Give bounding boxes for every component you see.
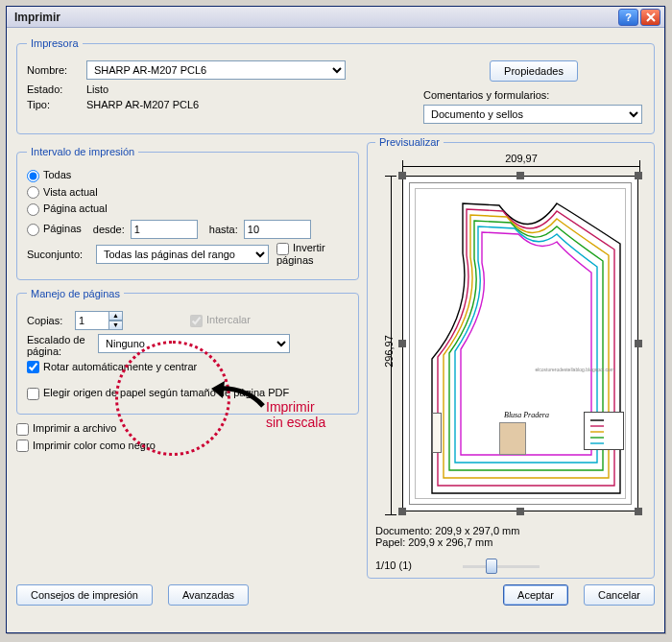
range-view-radio[interactable] xyxy=(27,186,39,199)
range-pages-radio[interactable] xyxy=(27,224,39,236)
pattern-legend-icon xyxy=(584,412,624,450)
paper-origin[interactable]: Elegir origen de papel según tamaño de p… xyxy=(27,387,289,400)
collate: Intercalar xyxy=(190,314,251,327)
preview-legend: Previsualizar xyxy=(375,136,444,148)
range-group: Intervalo de impresión Todas Vista actua… xyxy=(16,146,359,280)
subset-select[interactable]: Todas las páginas del rango xyxy=(96,245,269,264)
pattern-title: Blusa Pradera xyxy=(504,411,549,419)
comments-label: Comentarios y formularios: xyxy=(423,89,644,101)
printer-type-value: SHARP AR-M207 PCL6 xyxy=(86,99,199,110)
print-dialog: Imprimir ? Impresora Nombre: SHARP AR-M2… xyxy=(6,6,665,633)
page-counter: 1/10 (1) xyxy=(375,559,412,571)
preview-height: 296,97 xyxy=(383,322,395,380)
window-title: Imprimir xyxy=(14,11,616,24)
zoom-slider[interactable] xyxy=(463,558,540,575)
printer-name-select[interactable]: SHARP AR-M207 PCL6 xyxy=(86,60,346,80)
printer-status-label: Estado: xyxy=(27,83,86,95)
pattern-credit: elcosturerodestellablog.blogspot.com xyxy=(535,367,614,372)
button-bar: Consejos de impresión Avanzadas Aceptar … xyxy=(16,584,655,606)
copies-stepper[interactable]: ▲ ▼ xyxy=(75,311,123,330)
to-file-checkbox[interactable] xyxy=(16,423,29,436)
printer-status-value: Listo xyxy=(86,83,108,95)
preview-width: 209,97 xyxy=(402,153,640,164)
range-legend: Intervalo de impresión xyxy=(27,146,138,157)
printer-name-label: Nombre: xyxy=(27,64,86,76)
properties-button[interactable]: Propiedades xyxy=(490,60,578,82)
printer-group: Impresora Nombre: SHARP AR-M207 PCL6 Est… xyxy=(16,37,655,134)
range-current-view[interactable]: Vista actual xyxy=(27,186,98,200)
printer-legend: Impresora xyxy=(27,37,83,49)
rotate-center[interactable]: Rotar automáticamente y centrar xyxy=(27,361,197,374)
subset-label: Suconjunto: xyxy=(27,249,96,260)
range-from-input[interactable] xyxy=(131,220,198,239)
collate-checkbox xyxy=(190,315,203,327)
scale-select[interactable]: Ninguno xyxy=(98,334,290,353)
printer-type-label: Tipo: xyxy=(27,99,86,110)
ok-button[interactable]: Aceptar xyxy=(503,584,568,606)
advanced-button[interactable]: Avanzadas xyxy=(168,584,249,606)
pattern-tab-icon xyxy=(432,413,442,453)
pattern-svg-icon xyxy=(403,177,639,512)
print-tips-button[interactable]: Consejos de impresión xyxy=(16,584,153,606)
print-color-as-black[interactable]: Imprimir color como negro xyxy=(16,440,156,453)
copies-label: Copias: xyxy=(27,315,75,326)
invert-pages[interactable]: Invertir páginas xyxy=(276,243,334,266)
range-to-input[interactable] xyxy=(244,220,311,239)
copies-input[interactable] xyxy=(75,311,109,330)
scale-label: Escalado de página: xyxy=(27,334,98,357)
paper-size: Papel: 209,9 x 296,7 mm xyxy=(375,536,646,548)
origin-checkbox[interactable] xyxy=(27,388,39,400)
handling-group: Manejo de páginas Copias: ▲ ▼ Intercalar xyxy=(16,288,359,415)
range-all[interactable]: Todas xyxy=(27,169,71,182)
close-button[interactable] xyxy=(640,9,660,26)
range-pages[interactable]: Páginas xyxy=(27,223,82,236)
titlebar: Imprimir ? xyxy=(7,7,664,28)
preview-group: Previsualizar 209,97 296,97 xyxy=(367,142,655,579)
pattern-photo-icon xyxy=(499,422,526,455)
comments-select[interactable]: Documento y sellos xyxy=(423,105,642,124)
color-black-checkbox[interactable] xyxy=(16,440,29,452)
handling-legend: Manejo de páginas xyxy=(27,288,124,299)
range-page-radio[interactable] xyxy=(27,203,39,216)
help-button[interactable]: ? xyxy=(618,9,638,26)
copies-up-icon[interactable]: ▲ xyxy=(108,311,123,321)
rotate-checkbox[interactable] xyxy=(27,361,39,373)
range-from-label: desde: xyxy=(93,224,125,235)
print-to-file[interactable]: Imprimir a archivo xyxy=(16,422,116,436)
preview-page: Blusa Pradera elcosturerodestellablog.bl… xyxy=(402,176,638,511)
copies-down-icon[interactable]: ▼ xyxy=(108,321,123,330)
document-size: Documento: 209,9 x 297,0 mm xyxy=(375,525,646,536)
range-all-radio[interactable] xyxy=(27,170,39,182)
range-current-page[interactable]: Página actual xyxy=(27,202,108,216)
preview-canvas: 209,97 296,97 xyxy=(375,155,644,519)
cancel-button[interactable]: Cancelar xyxy=(584,584,655,606)
range-to-label: hasta: xyxy=(209,224,238,235)
